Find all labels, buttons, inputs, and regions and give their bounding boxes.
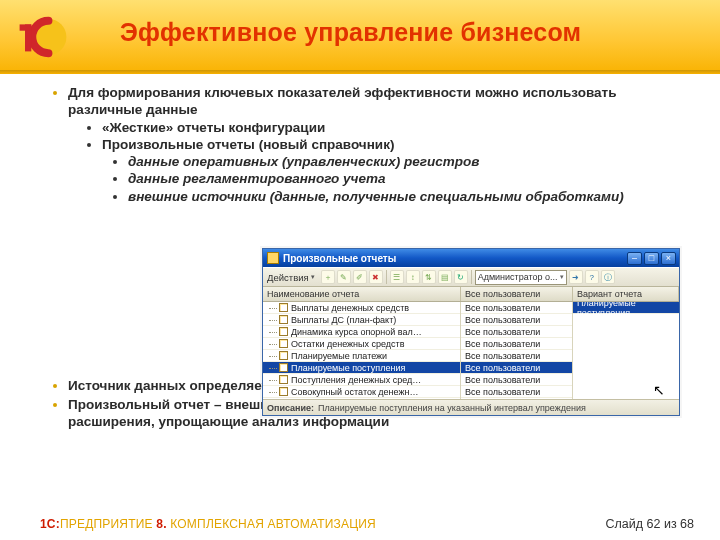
status-label: Описание: (267, 403, 314, 413)
table-row-selected[interactable]: Планируемые поступления (263, 362, 460, 374)
doc-icon (279, 315, 288, 324)
cell[interactable]: Все пользователи (461, 386, 572, 398)
header-separator (0, 70, 720, 74)
grid-header: Наименование отчета Все пользователи Вар… (263, 287, 679, 302)
table-row[interactable]: Остатки денежных средств (263, 338, 460, 350)
app-window: Произвольные отчеты – □ × Действия ＋ ✎ ✐… (262, 248, 680, 416)
cell: Динамика курса опорной вал… (291, 327, 422, 337)
status-text: Планируемые поступления на указанный инт… (318, 403, 586, 413)
brand-label: 1С:ПРЕДПРИЯТИЕ 8. КОМПЛЕКСНАЯ АВТОМАТИЗА… (40, 517, 376, 531)
window-toolbar: Действия ＋ ✎ ✐ ✖ ☰ ↕ ⇅ ▤ ↻ Администратор… (263, 267, 679, 287)
actions-menu[interactable]: Действия (267, 272, 319, 283)
cell: Совокупный остаток денежн… (291, 387, 419, 397)
maximize-button[interactable]: □ (644, 252, 659, 265)
table-row[interactable]: Динамика курса опорной вал… (263, 326, 460, 338)
doc-icon (279, 375, 288, 384)
slide-title: Эффективное управление бизнесом (120, 18, 581, 47)
sort-icon[interactable]: ⇅ (422, 270, 436, 284)
variant-selected[interactable]: Планируемые поступления (573, 302, 679, 314)
delete-icon[interactable]: ✖ (369, 270, 383, 284)
info-icon[interactable]: ⓘ (601, 270, 615, 284)
grid-body: Выплаты денежных средств Выплаты ДС (пла… (263, 302, 679, 400)
table-row[interactable]: Поступления денежных сред… (263, 374, 460, 386)
table-row[interactable]: Выплаты денежных средств (263, 302, 460, 314)
window-icon (267, 252, 279, 264)
refresh-icon[interactable]: ↻ (454, 270, 468, 284)
bullet-1b-text: Произвольные отчеты (новый справочник) (102, 137, 394, 152)
users-column: Все пользователи Все пользователи Все по… (461, 302, 573, 400)
minimize-button[interactable]: – (627, 252, 642, 265)
cell[interactable]: Все пользователи (461, 338, 572, 350)
logo-1c (14, 8, 72, 66)
filter-icon[interactable]: ▤ (438, 270, 452, 284)
move-icon[interactable]: ↕ (406, 270, 420, 284)
cell: Планируемые платежи (291, 351, 387, 361)
variant-column: Планируемые поступления (573, 302, 679, 400)
doc-icon (279, 327, 288, 336)
cell[interactable]: Все пользователи (461, 374, 572, 386)
add-icon[interactable]: ＋ (321, 270, 335, 284)
bullet-1b2: данные регламентированного учета (128, 170, 690, 187)
admin-combo-text: Администратор о... (478, 272, 558, 282)
tree-column: Выплаты денежных средств Выплаты ДС (пла… (263, 302, 461, 400)
table-row[interactable]: Планируемые платежи (263, 350, 460, 362)
edit-icon[interactable]: ✐ (353, 270, 367, 284)
bullet-1b: Произвольные отчеты (новый справочник) д… (102, 136, 690, 205)
doc-icon (279, 339, 288, 348)
doc-icon (279, 351, 288, 360)
bullet-1b1: данные оперативных (управленческих) реги… (128, 153, 690, 170)
cell-selected[interactable]: Все пользователи (461, 362, 572, 374)
cell: Планируемые поступления (291, 363, 405, 373)
cell[interactable]: Все пользователи (461, 314, 572, 326)
cell[interactable]: Все пользователи (461, 302, 572, 314)
svg-rect-2 (20, 24, 32, 30)
bullet-1: Для формирования ключевых показателей эф… (68, 84, 690, 205)
col-variant[interactable]: Вариант отчета (573, 287, 679, 301)
doc-icon (279, 363, 288, 372)
cell: Выплаты ДС (план-факт) (291, 315, 396, 325)
slide-footer: 1С:ПРЕДПРИЯТИЕ 8. КОМПЛЕКСНАЯ АВТОМАТИЗА… (0, 512, 720, 540)
window-title: Произвольные отчеты (283, 253, 625, 264)
table-row[interactable]: Выплаты ДС (план-факт) (263, 314, 460, 326)
status-bar: Описание: Планируемые поступления на ука… (263, 399, 679, 415)
cell: Остатки денежных средств (291, 339, 404, 349)
add2-icon[interactable]: ✎ (337, 270, 351, 284)
bullet-1a: «Жесткие» отчеты конфигурации (102, 119, 690, 136)
help-icon[interactable]: ? (585, 270, 599, 284)
col-users[interactable]: Все пользователи (461, 287, 573, 301)
bullet-1b3: внешние источники (данные, полученные сп… (128, 188, 690, 205)
go-icon[interactable]: ➜ (569, 270, 583, 284)
cell: Поступления денежных сред… (291, 375, 421, 385)
hier-icon[interactable]: ☰ (390, 270, 404, 284)
doc-icon (279, 303, 288, 312)
bullet-1-text: Для формирования ключевых показателей эф… (68, 85, 616, 117)
doc-icon (279, 387, 288, 396)
cell[interactable]: Все пользователи (461, 326, 572, 338)
table-row[interactable]: Совокупный остаток денежн… (263, 386, 460, 398)
cell: Выплаты денежных средств (291, 303, 409, 313)
page-indicator: Слайд 62 из 68 (605, 517, 694, 531)
close-button[interactable]: × (661, 252, 676, 265)
admin-combo[interactable]: Администратор о...▾ (475, 270, 567, 285)
col-name[interactable]: Наименование отчета (263, 287, 461, 301)
window-titlebar[interactable]: Произвольные отчеты – □ × (263, 249, 679, 267)
cell[interactable]: Все пользователи (461, 350, 572, 362)
